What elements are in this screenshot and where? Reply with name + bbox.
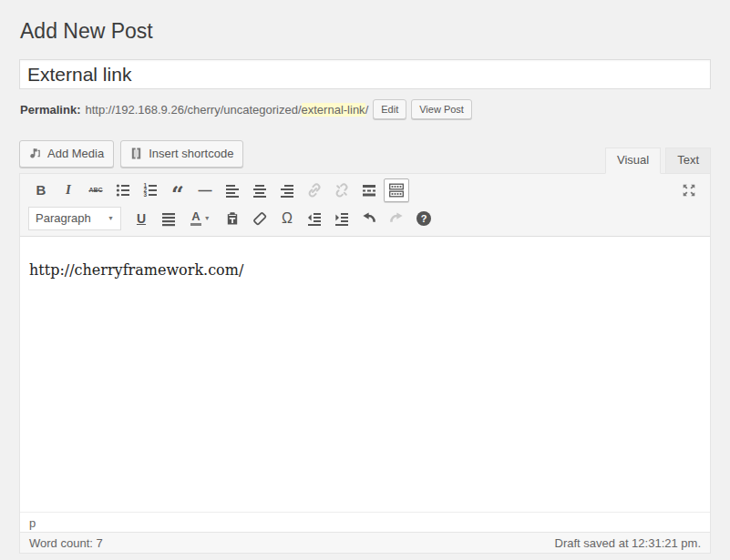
permalink-label: Permalink:: [20, 103, 80, 117]
align-right-icon: [278, 181, 296, 199]
align-right-button[interactable]: [274, 178, 300, 202]
fullscreen-icon: [681, 182, 697, 199]
more-tag-icon: [360, 181, 378, 199]
paragraph-format-value: Paragraph: [36, 211, 91, 225]
omega-icon: Ω: [282, 210, 293, 227]
unlink-icon: [333, 181, 351, 199]
toolbar-row-2: Paragraph ▼ U A ▼: [27, 205, 703, 231]
italic-icon: I: [66, 182, 71, 198]
tab-visual[interactable]: Visual: [605, 148, 661, 174]
special-character-button[interactable]: Ω: [274, 207, 300, 230]
editor-tabs: Visual Text: [601, 148, 711, 174]
align-center-button[interactable]: [247, 178, 272, 202]
strikethrough-button[interactable]: ABC: [83, 178, 108, 202]
permalink-slug: external-link: [302, 103, 365, 117]
title-wrap: [19, 59, 711, 89]
indent-button[interactable]: [329, 207, 355, 230]
editor-body[interactable]: http://cherryframework.com/: [20, 237, 710, 512]
fullscreen-button[interactable]: [676, 178, 702, 202]
bullet-list-icon: [114, 181, 132, 199]
underline-icon: U: [137, 211, 146, 226]
mce-toolbar: B I ABC 1 2 3: [20, 174, 710, 237]
text-color-caret-icon: ▼: [204, 215, 211, 221]
numbered-list-icon: 1 2 3: [141, 181, 159, 199]
redo-icon: [387, 209, 406, 228]
editor-statusbar: Word count: 7 Draft saved at 12:31:21 pm…: [20, 532, 710, 553]
tab-text[interactable]: Text: [665, 148, 711, 174]
paste-as-text-icon: [223, 209, 242, 228]
blockquote-icon: “: [171, 193, 184, 197]
insert-shortcode-button[interactable]: Insert shortcode: [120, 140, 243, 168]
path-item-p[interactable]: p: [29, 516, 36, 530]
post-title-input[interactable]: [19, 59, 711, 89]
editor-paragraph: http://cherryframework.com/: [29, 261, 701, 279]
undo-icon: [360, 209, 378, 228]
more-tag-button[interactable]: [356, 178, 382, 202]
svg-text:3: 3: [143, 191, 147, 198]
word-count: Word count: 7: [29, 536, 103, 550]
help-button[interactable]: ?: [411, 207, 437, 230]
align-left-button[interactable]: [220, 178, 245, 202]
element-path-bar: p: [20, 512, 710, 532]
insert-shortcode-label: Insert shortcode: [149, 147, 233, 160]
bold-icon: B: [36, 182, 46, 198]
editor-container: B I ABC 1 2 3: [19, 173, 711, 554]
horizontal-rule-button[interactable]: —: [192, 178, 218, 202]
toolbar-row-1: B I ABC 1 2 3: [27, 177, 703, 203]
permalink: Permalink: http://192.168.9.26/cherry/un…: [20, 99, 711, 119]
add-media-label: Add Media: [47, 147, 104, 160]
shortcode-icon: [129, 146, 144, 161]
justify-icon: [159, 209, 178, 228]
page-title: Add New Post: [20, 18, 711, 45]
blockquote-button[interactable]: “: [165, 178, 190, 202]
text-color-icon: A: [190, 210, 200, 226]
outdent-icon: [305, 209, 324, 228]
link-button[interactable]: [302, 178, 327, 202]
link-icon: [305, 181, 324, 199]
clear-formatting-button[interactable]: [247, 207, 272, 230]
horizontal-rule-icon: —: [199, 182, 212, 198]
bold-button[interactable]: B: [28, 178, 54, 202]
paste-as-text-button[interactable]: [220, 207, 245, 230]
editor-wrap: Add Media Insert shortcode: [19, 140, 711, 554]
help-icon: ?: [416, 211, 431, 226]
draft-saved-status: Draft saved at 12:31:21 pm.: [555, 536, 701, 550]
redo-button[interactable]: [384, 207, 409, 230]
unlink-button[interactable]: [329, 178, 355, 202]
outdent-button[interactable]: [302, 207, 327, 230]
text-color-button[interactable]: A ▼: [183, 207, 218, 230]
align-left-icon: [223, 181, 242, 199]
add-media-button[interactable]: Add Media: [19, 140, 114, 168]
permalink-url: http://192.168.9.26/cherry/uncategorized…: [85, 103, 368, 117]
view-post-button[interactable]: View Post: [411, 99, 472, 119]
media-icon: [27, 146, 43, 161]
chevron-down-icon: ▼: [108, 215, 114, 221]
toolbar-toggle-icon: [387, 181, 406, 199]
underline-button[interactable]: U: [129, 207, 154, 230]
add-new-post-page: Add New Post Permalink: http://192.168.9…: [0, 0, 730, 554]
eraser-icon: [251, 209, 269, 228]
word-count-value: 7: [96, 536, 102, 550]
edit-permalink-button[interactable]: Edit: [373, 99, 406, 119]
indent-icon: [333, 209, 351, 228]
italic-button[interactable]: I: [56, 178, 81, 202]
undo-button[interactable]: [356, 207, 382, 230]
numbered-list-button[interactable]: 1 2 3: [138, 178, 163, 202]
justify-button[interactable]: [156, 207, 181, 230]
strikethrough-icon: ABC: [88, 187, 102, 193]
align-center-icon: [251, 181, 269, 199]
paragraph-format-select[interactable]: Paragraph ▼: [28, 207, 121, 230]
media-buttons: Add Media Insert shortcode: [19, 140, 243, 173]
toolbar-toggle-button[interactable]: [384, 178, 409, 202]
bullet-list-button[interactable]: [110, 178, 136, 202]
